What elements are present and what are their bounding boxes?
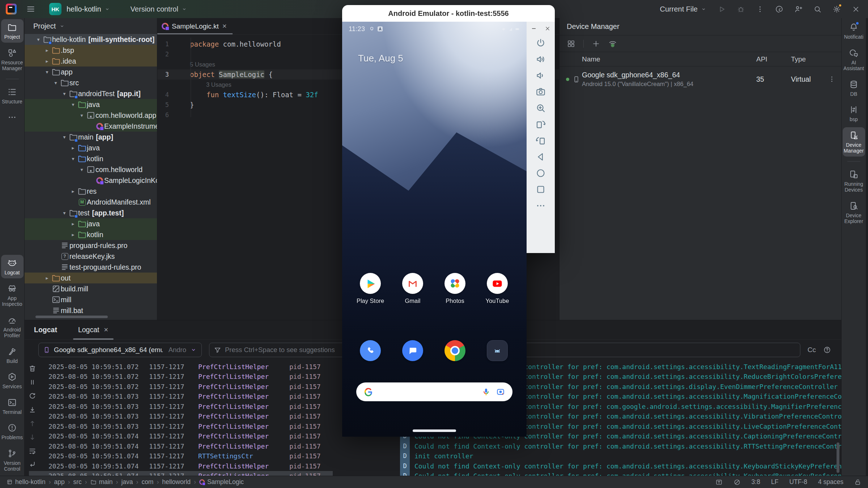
tool-button-logcat[interactable]: Logcat [1, 255, 24, 278]
indent-style[interactable]: 4 spaces [818, 478, 843, 486]
close-tab-icon[interactable]: ✕ [103, 326, 108, 333]
tree-item-releasekey-jks[interactable]: releaseKey.jks [25, 251, 157, 262]
project-avatar[interactable]: HK [49, 3, 61, 15]
tool-button-db[interactable]: DB [843, 76, 865, 100]
tool-button-device[interactable]: DeviceExplorer [843, 198, 865, 227]
run-button[interactable] [718, 5, 726, 13]
caret-position[interactable]: 3:8 [752, 478, 760, 486]
tool-button-bsp[interactable]: bsp [843, 102, 865, 125]
chevron-icon[interactable] [69, 156, 77, 162]
close-button[interactable] [852, 5, 860, 13]
horizontal-scrollbar[interactable] [35, 316, 108, 318]
more-button[interactable] [535, 200, 546, 211]
chevron-icon[interactable] [51, 80, 60, 86]
tree-item-test[interactable]: test [app.test] [25, 207, 157, 218]
tool-button-moreh[interactable] [1, 109, 24, 125]
logcat-tab[interactable]: Logcat ✕ [78, 320, 109, 340]
tool-button-notificati[interactable]: Notificati [843, 19, 865, 43]
chevron-icon[interactable] [60, 210, 69, 216]
tree-item-idea[interactable]: .idea [25, 56, 157, 67]
app-youtube[interactable]: YouTube [477, 273, 517, 304]
tool-button-android[interactable]: AndroidProfiler [1, 312, 24, 341]
app-photos[interactable]: Photos [435, 273, 475, 304]
chevron-icon[interactable] [43, 275, 51, 281]
tool-button-app[interactable]: AppInspectio [1, 281, 24, 310]
tab-samplelogic-kt[interactable]: SampleLogic.kt ✕ [157, 18, 233, 34]
app-chrome[interactable] [435, 340, 475, 361]
breadcrumb-helloworld[interactable]: helloworld [162, 478, 191, 486]
tree-item-res[interactable]: res [25, 186, 157, 197]
chevron-icon[interactable] [60, 134, 69, 140]
device-selector[interactable]: Google sdk_gphone64_x86_64 (emulator-555… [38, 343, 202, 357]
google-search-bar[interactable] [356, 382, 512, 401]
readonly-lock-icon[interactable] [854, 479, 861, 486]
device-actions-icon[interactable] [828, 75, 836, 83]
log-row[interactable]: 2025-08-05 10:59:51.074 1157-1217 PrefCt… [25, 471, 841, 476]
help-icon[interactable] [823, 346, 831, 354]
tree-item-java[interactable]: java [25, 99, 157, 110]
rotate-left-button[interactable] [535, 119, 546, 130]
back-button[interactable] [535, 151, 546, 162]
inspections-off-icon[interactable] [733, 479, 741, 486]
close-icon[interactable] [544, 25, 551, 32]
chevron-icon[interactable] [77, 167, 86, 172]
tree-item-exampleinstrumentedtest[interactable]: ExampleInstrumentedTest [25, 121, 157, 132]
tree-item-main[interactable]: main [app] [25, 132, 157, 142]
tree-item-androidmanifest-xml[interactable]: AndroidManifest.xml [25, 197, 157, 207]
breadcrumb-java[interactable]: java [121, 478, 133, 486]
chevron-icon[interactable] [34, 37, 43, 42]
usages-inlay[interactable]: 5 Usages [186, 61, 215, 68]
chevron-icon[interactable] [77, 112, 86, 118]
tree-item-kotlin[interactable]: kotlin [25, 153, 157, 164]
tree-item-com-helloworld[interactable]: com.helloworld [25, 164, 157, 175]
log-row[interactable]: 2025-08-05 10:59:51.074 1157-1217 PrefCt… [25, 441, 841, 451]
gesture-handle[interactable] [413, 429, 456, 432]
tree-item-bsp[interactable]: .bsp [25, 45, 157, 56]
tree-item-samplelogicinkotlin[interactable]: SampleLogicInKotlin [25, 175, 157, 186]
view-mode-icon[interactable] [567, 39, 575, 48]
chevron-icon[interactable] [60, 91, 69, 97]
lens-icon[interactable] [496, 387, 505, 397]
tool-button-version[interactable]: VersionControl [1, 445, 24, 475]
close-tab-icon[interactable]: ✕ [222, 23, 227, 30]
app-phone[interactable] [350, 340, 390, 361]
tool-button-problems[interactable]: Problems [1, 420, 24, 443]
tree-item-mill[interactable]: mill [25, 294, 157, 305]
mic-icon[interactable] [481, 387, 491, 397]
tree-item-com-helloworld-app[interactable]: com.helloworld.app [25, 110, 157, 121]
tree-item-src[interactable]: src [25, 77, 157, 88]
log-row[interactable]: 2025-08-05 10:59:51.074 1157-1217 RTTSet… [25, 451, 841, 461]
chevron-icon[interactable] [43, 69, 51, 75]
overview-button[interactable] [535, 184, 546, 195]
emulator-title[interactable]: Android Emulator - kotlin-test:5556 [342, 5, 555, 22]
emulator-screen[interactable]: 11:23 Tue, Aug 5 Play StoreGmailPhotosYo… [342, 22, 527, 437]
project-selector[interactable]: hello-kotlin [67, 5, 110, 13]
breadcrumb-src[interactable]: src [73, 478, 82, 486]
tree-item-out[interactable]: out [25, 273, 157, 283]
more-actions-button[interactable] [756, 5, 764, 13]
tool-button-running[interactable]: RunningDevices [843, 166, 865, 196]
tree-item-build-mill[interactable]: build.mill [25, 283, 157, 294]
camera-button[interactable] [535, 86, 546, 97]
usages-inlay[interactable]: 3 Usages [186, 81, 231, 88]
breadcrumb-samplelogic[interactable]: SampleLogic [199, 478, 244, 486]
add-device-icon[interactable] [592, 39, 600, 48]
match-case-toggle[interactable]: Cc [808, 346, 816, 354]
pair-wifi-icon[interactable] [608, 39, 617, 48]
chevron-icon[interactable] [69, 188, 77, 194]
tree-item-kotlin[interactable]: kotlin [25, 229, 157, 240]
search-everywhere-button[interactable] [813, 5, 822, 13]
chevron-icon[interactable] [69, 145, 77, 151]
project-panel-header[interactable]: Project [25, 18, 157, 34]
chevron-icon[interactable] [69, 232, 77, 237]
tree-item-androidtest[interactable]: androidTest [app.it] [25, 88, 157, 99]
line-separator[interactable]: LF [771, 478, 778, 486]
tree-item-mill-bat[interactable]: mill.bat [25, 305, 157, 316]
file-encoding[interactable]: UTF-8 [789, 478, 807, 486]
app-android[interactable] [477, 340, 517, 361]
tool-button-structure[interactable]: Structure [1, 84, 24, 107]
app-play-store[interactable]: Play Store [350, 273, 390, 304]
settings-button[interactable] [833, 5, 841, 13]
vertical-scrollbar[interactable] [837, 442, 839, 473]
zoom-in-button[interactable] [535, 103, 546, 114]
